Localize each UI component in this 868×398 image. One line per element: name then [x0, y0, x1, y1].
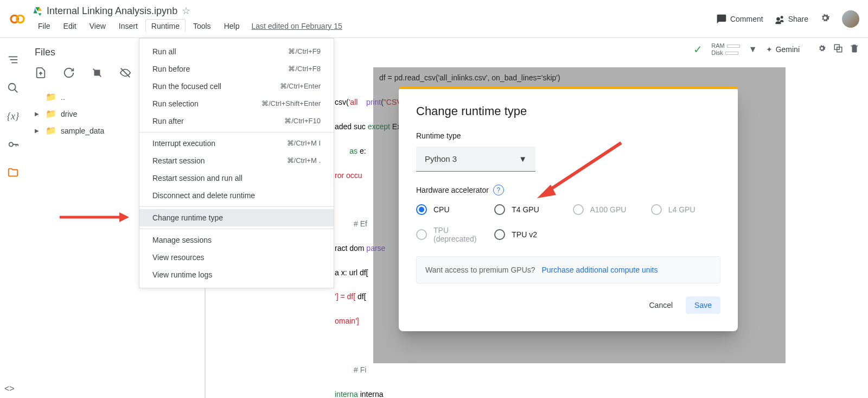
variables-icon[interactable]: {x}: [7, 110, 20, 123]
secrets-icon[interactable]: [7, 138, 20, 151]
premium-text: Want access to premium GPUs?: [425, 266, 535, 274]
refresh-icon[interactable]: [63, 67, 76, 80]
sparkle-icon: ✦: [766, 45, 773, 54]
accelerator-option: A100 GPU: [573, 204, 642, 215]
header-right: Comment Share: [716, 10, 859, 28]
avatar[interactable]: [842, 10, 859, 28]
runtime-menu-item[interactable]: Run after⌘/Ctrl+F10: [139, 112, 334, 130]
menu-item-shortcut: ⌘/Ctrl+Shift+Enter: [261, 99, 321, 108]
drive-icon: [33, 6, 42, 16]
colab-logo: [9, 10, 26, 28]
header: Internal Linking Analysis.ipynb ☆ File E…: [0, 0, 868, 38]
share-button[interactable]: Share: [774, 14, 808, 24]
runtime-menu-item[interactable]: Restart session and run all: [139, 169, 334, 187]
runtime-menu-item[interactable]: Disconnect and delete runtime: [139, 187, 334, 204]
modal-actions: Cancel Save: [416, 296, 720, 314]
modal-title: Change runtime type: [416, 104, 720, 118]
hw-accel-label: Hardware accelerator: [416, 186, 489, 194]
gemini-button[interactable]: ✦ Gemini: [766, 45, 800, 54]
runtime-menu-item[interactable]: Run all⌘/Ctrl+F9: [139, 43, 334, 60]
menu-help[interactable]: Help: [219, 20, 245, 33]
status-bar: ✓ RAM Disk ▼ ✦ Gemini: [693, 42, 859, 56]
comment-button[interactable]: Comment: [716, 14, 763, 24]
cell-settings-icon[interactable]: [817, 43, 827, 55]
runtime-modal: Change runtime type Runtime type Python …: [399, 87, 738, 331]
star-icon[interactable]: ☆: [182, 5, 190, 17]
menu-file[interactable]: File: [33, 20, 56, 33]
settings-icon[interactable]: [819, 12, 831, 26]
comment-label: Comment: [730, 15, 763, 23]
accelerator-option[interactable]: CPU: [416, 204, 486, 215]
upload-icon[interactable]: [35, 67, 48, 80]
modal-accent-bar: [399, 87, 738, 89]
menu-item-label: View resources: [152, 253, 204, 262]
title-area: Internal Linking Analysis.ipynb ☆ File E…: [33, 5, 716, 33]
runtime-menu-item[interactable]: View resources: [139, 249, 334, 266]
runtime-type-value: Python 3: [425, 154, 457, 163]
hidden-files-icon[interactable]: [119, 67, 132, 80]
menu-item-shortcut: ⌘/Ctrl+F10: [284, 117, 321, 125]
menu-item-label: Run before: [152, 65, 190, 73]
file-label: sample_data: [61, 127, 104, 135]
save-button[interactable]: Save: [686, 296, 720, 314]
runtime-menu-item[interactable]: Manage sessions: [139, 231, 334, 249]
svg-line-20: [545, 143, 621, 193]
runtime-menu-item[interactable]: Run the focused cell⌘/Ctrl+Enter: [139, 78, 334, 95]
file-label: ..: [61, 93, 65, 102]
menu-insert[interactable]: Insert: [113, 20, 143, 33]
cell-toolbar: [817, 43, 859, 55]
svg-point-9: [9, 84, 16, 91]
files-icon[interactable]: [7, 166, 20, 179]
menu-item-label: Restart session: [152, 156, 205, 165]
menu-tools[interactable]: Tools: [188, 20, 216, 33]
radio-label: A100 GPU: [590, 205, 627, 214]
code-icon[interactable]: <>: [4, 384, 15, 394]
menu-item-label: Restart session and run all: [152, 174, 242, 182]
premium-link[interactable]: Purchase additional compute units: [541, 266, 658, 274]
radio-label: TPU (deprecated): [433, 226, 486, 243]
help-icon[interactable]: ?: [493, 185, 504, 195]
menu-view[interactable]: View: [84, 20, 111, 33]
menu-item-label: Change runtime type: [152, 213, 223, 222]
last-edited[interactable]: Last edited on February 15: [251, 22, 342, 30]
accelerator-option: TPU (deprecated): [416, 226, 486, 243]
svg-marker-19: [119, 212, 129, 222]
runtime-type-select[interactable]: Python 3 ▼: [416, 147, 535, 172]
left-sidebar: {x}: [0, 38, 26, 179]
svg-point-2: [776, 17, 780, 21]
resource-meters[interactable]: RAM Disk: [711, 42, 739, 56]
runtime-menu-item[interactable]: View runtime logs: [139, 266, 334, 283]
menu-runtime[interactable]: Runtime: [145, 19, 186, 33]
toc-icon[interactable]: [7, 53, 20, 66]
menu-edit[interactable]: Edit: [58, 20, 82, 33]
mount-drive-icon[interactable]: [91, 67, 104, 80]
mirror-cell-icon[interactable]: [833, 43, 843, 55]
delete-cell-icon[interactable]: [850, 43, 859, 55]
annotation-arrow-2: [532, 138, 629, 206]
radio-icon: [494, 229, 505, 240]
gemini-label: Gemini: [776, 45, 800, 54]
disk-label: Disk: [711, 49, 723, 56]
menu-item-label: Run selection: [152, 99, 199, 108]
runtime-menu-item[interactable]: Run before⌘/Ctrl+F8: [139, 60, 334, 78]
runtime-menu-item[interactable]: Interrupt execution⌘/Ctrl+M I: [139, 135, 334, 152]
share-label: Share: [788, 15, 808, 23]
accelerator-option: L4 GPU: [651, 204, 720, 215]
cancel-button[interactable]: Cancel: [640, 296, 681, 314]
runtime-menu-item[interactable]: Run selection⌘/Ctrl+Shift+Enter: [139, 95, 334, 112]
accelerator-option[interactable]: T4 GPU: [494, 204, 564, 215]
runtime-menu-item[interactable]: Restart session⌘/Ctrl+M .: [139, 152, 334, 169]
annotation-arrow-1: [60, 211, 130, 226]
search-icon[interactable]: [7, 81, 20, 94]
runtime-menu-item[interactable]: Change runtime type: [139, 209, 334, 226]
svg-point-11: [9, 142, 13, 146]
status-dropdown-icon[interactable]: ▼: [749, 45, 757, 54]
menu-item-label: Disconnect and delete runtime: [152, 191, 255, 200]
radio-label: TPU v2: [512, 230, 537, 239]
radio-label: L4 GPU: [668, 205, 695, 214]
accelerator-option[interactable]: TPU v2: [494, 226, 564, 243]
menu-item-shortcut: ⌘/Ctrl+Enter: [280, 82, 321, 91]
radio-label: T4 GPU: [512, 205, 539, 214]
svg-point-3: [780, 16, 783, 18]
notebook-title[interactable]: Internal Linking Analysis.ipynb: [47, 5, 177, 17]
